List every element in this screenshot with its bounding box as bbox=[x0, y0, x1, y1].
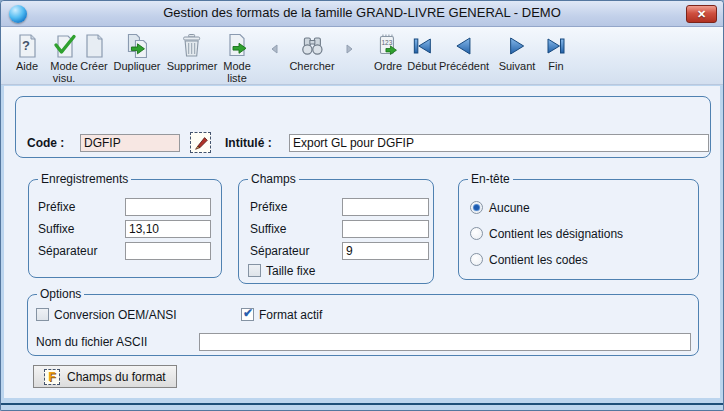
prefixe-label: Préfixe bbox=[250, 200, 287, 214]
fichier-ascii-label: Nom du fichier ASCII bbox=[36, 335, 147, 349]
enregistrements-prefixe-input[interactable] bbox=[125, 198, 211, 216]
taille-fixe-checkbox[interactable] bbox=[248, 264, 261, 277]
toolbar-label: Mode visu. bbox=[50, 61, 78, 84]
toolbar-button-chercher[interactable]: Chercher bbox=[289, 32, 334, 73]
toolbar-label: Ordre bbox=[374, 61, 402, 73]
edit-code-button[interactable] bbox=[190, 132, 211, 153]
svg-text:123: 123 bbox=[382, 39, 393, 46]
format-actif-label: Format actif bbox=[259, 308, 322, 322]
toolbar-button-ordre[interactable]: 123 Ordre bbox=[374, 32, 402, 73]
toolbar-button-dupliquer[interactable]: Dupliquer bbox=[113, 32, 160, 73]
toolbar-button-mode-liste[interactable]: Mode liste bbox=[223, 32, 251, 84]
group-champs: Champs Préfixe Suffixe Séparateur Taille… bbox=[238, 179, 434, 284]
group-enregistrements-title: Enregistrements bbox=[38, 172, 131, 186]
radio-aucune-label: Aucune bbox=[489, 201, 530, 215]
radio-contient-designations[interactable] bbox=[470, 227, 483, 240]
skip-to-start-icon bbox=[408, 32, 436, 60]
champs-suffixe-input[interactable] bbox=[342, 220, 429, 238]
help-page-icon: ? bbox=[13, 32, 41, 60]
trash-icon bbox=[178, 32, 206, 60]
form-area: Code : Intitulé : Enregistrements Préfix… bbox=[4, 86, 720, 400]
toolbar-label: Précédent bbox=[439, 61, 489, 73]
list-mode-icon bbox=[223, 32, 251, 60]
toolbar-label: Chercher bbox=[289, 61, 334, 73]
conversion-oem-ansi-label: Conversion OEM/ANSI bbox=[54, 308, 177, 322]
toolbar: ? Aide Mode visu. Créer Dupliqu bbox=[1, 27, 723, 85]
toolbar-button-precedent[interactable]: Précédent bbox=[439, 32, 489, 73]
toolbar-button-mode-visu[interactable]: Mode visu. bbox=[50, 32, 78, 84]
search-prev-arrow-icon[interactable] bbox=[269, 43, 281, 55]
toolbar-label: Aide bbox=[16, 61, 38, 73]
skip-to-end-icon bbox=[542, 32, 570, 60]
enregistrements-suffixe-input[interactable] bbox=[125, 220, 211, 238]
fichier-ascii-input[interactable] bbox=[199, 333, 691, 351]
duplicate-pages-icon bbox=[123, 32, 151, 60]
format-fields-icon: F bbox=[44, 369, 60, 385]
toolbar-label: Dupliquer bbox=[113, 61, 160, 73]
champs-prefixe-input[interactable] bbox=[342, 198, 429, 216]
toolbar-button-suivant[interactable]: Suivant bbox=[499, 32, 536, 73]
toolbar-button-aide[interactable]: ? Aide bbox=[13, 32, 41, 73]
separateur-label: Séparateur bbox=[250, 244, 309, 258]
code-input[interactable] bbox=[80, 134, 180, 152]
binoculars-icon bbox=[298, 32, 326, 60]
toolbar-label: Mode liste bbox=[223, 61, 251, 84]
radio-contient-codes[interactable] bbox=[470, 253, 483, 266]
conversion-oem-ansi-checkbox[interactable] bbox=[36, 308, 49, 321]
code-label: Code : bbox=[27, 136, 64, 150]
window-title: Gestion des formats de la famille GRAND-… bbox=[1, 5, 723, 20]
group-champs-title: Champs bbox=[248, 172, 299, 186]
new-page-icon bbox=[80, 32, 108, 60]
toolbar-label: Supprimer bbox=[167, 61, 218, 73]
toolbar-label: Suivant bbox=[499, 61, 536, 73]
format-actif-checkbox[interactable] bbox=[241, 308, 254, 321]
toolbar-button-debut[interactable]: Début bbox=[407, 32, 436, 73]
suffixe-label: Suffixe bbox=[38, 222, 74, 236]
toolbar-button-fin[interactable]: Fin bbox=[542, 32, 570, 73]
code-box: Code : Intitulé : bbox=[15, 96, 711, 158]
champs-du-format-button[interactable]: F Champs du format bbox=[33, 365, 177, 388]
champs-du-format-label: Champs du format bbox=[67, 370, 166, 384]
radio-aucune[interactable] bbox=[470, 201, 483, 214]
previous-arrow-icon bbox=[450, 32, 478, 60]
group-options: Options Conversion OEM/ANSI Format actif… bbox=[27, 294, 699, 356]
champs-separateur-input[interactable] bbox=[342, 242, 429, 260]
radio-contient-designations-label: Contient les désignations bbox=[489, 227, 623, 241]
svg-text:?: ? bbox=[22, 38, 30, 53]
toolbar-label: Fin bbox=[548, 61, 563, 73]
toolbar-label: Début bbox=[407, 61, 436, 73]
taille-fixe-label: Taille fixe bbox=[266, 264, 315, 278]
view-mode-check-icon bbox=[50, 32, 78, 60]
toolbar-button-creer[interactable]: Créer bbox=[80, 32, 108, 73]
intitule-input[interactable] bbox=[289, 134, 709, 152]
group-entete-title: En-tête bbox=[468, 172, 513, 186]
window-bottom-frame bbox=[1, 398, 723, 410]
next-arrow-icon bbox=[503, 32, 531, 60]
suffixe-label: Suffixe bbox=[250, 222, 286, 236]
prefixe-label: Préfixe bbox=[38, 200, 75, 214]
radio-contient-codes-label: Contient les codes bbox=[489, 253, 588, 267]
search-next-arrow-icon[interactable] bbox=[343, 43, 355, 55]
titlebar: Gestion des formats de la famille GRAND-… bbox=[1, 1, 723, 27]
order-notepad-icon: 123 bbox=[374, 32, 402, 60]
toolbar-label: Créer bbox=[80, 61, 108, 73]
toolbar-button-supprimer[interactable]: Supprimer bbox=[167, 32, 218, 73]
enregistrements-separateur-input[interactable] bbox=[125, 242, 211, 260]
group-enregistrements: Enregistrements Préfixe Suffixe Séparate… bbox=[28, 179, 222, 278]
window-bottom-line bbox=[1, 403, 723, 405]
group-options-title: Options bbox=[37, 287, 84, 301]
separateur-label: Séparateur bbox=[38, 244, 97, 258]
pencil-icon bbox=[192, 134, 210, 152]
dialog-window: Gestion des formats de la famille GRAND-… bbox=[0, 0, 724, 411]
group-entete: En-tête Aucune Contient les désignations… bbox=[458, 179, 699, 280]
intitule-label: Intitulé : bbox=[225, 136, 272, 150]
close-button[interactable]: ✕ bbox=[686, 5, 717, 23]
